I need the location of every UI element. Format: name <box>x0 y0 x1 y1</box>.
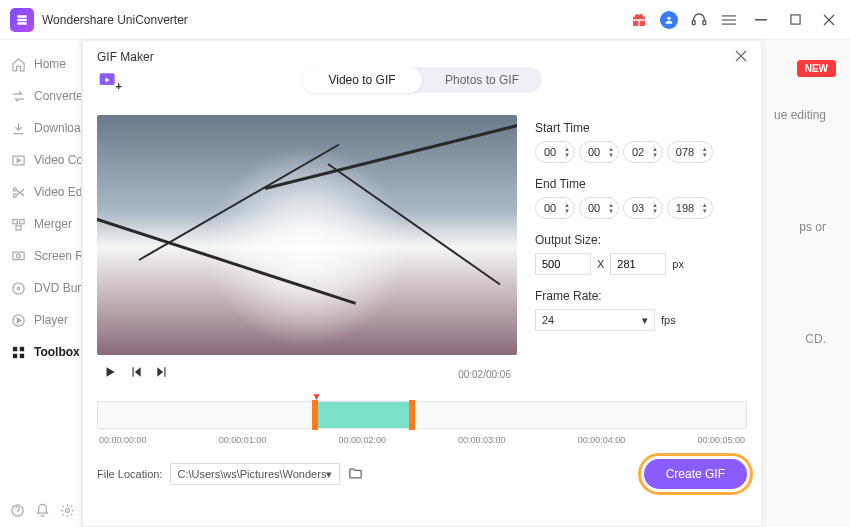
timeline-ticks: 00:00:00:00 00:00:01:00 00:00:02:00 00:0… <box>97 435 747 445</box>
start-hours-spinner[interactable]: 00▲▼ <box>535 141 575 163</box>
end-hours-spinner[interactable]: 00▲▼ <box>535 197 575 219</box>
svg-rect-20 <box>19 346 23 350</box>
sidebar-item-converter[interactable]: Converter <box>0 80 81 112</box>
play-button[interactable] <box>103 365 117 383</box>
modal-close-button[interactable] <box>735 49 747 65</box>
svg-point-0 <box>667 16 670 19</box>
start-minutes-spinner[interactable]: 00▲▼ <box>579 141 619 163</box>
svg-rect-14 <box>12 252 23 260</box>
px-label: px <box>672 258 684 270</box>
sidebar-item-label: Video Compressor <box>34 153 81 167</box>
svg-rect-2 <box>703 20 706 24</box>
svg-rect-6 <box>755 19 767 21</box>
grid-apps-icon <box>10 344 26 360</box>
svg-point-17 <box>17 287 20 290</box>
tab-photos-to-gif[interactable]: Photos to GIF <box>422 67 542 93</box>
svg-rect-19 <box>12 346 16 350</box>
background-text: CD. <box>805 332 826 346</box>
svg-rect-5 <box>722 23 736 24</box>
svg-rect-7 <box>790 15 799 24</box>
tab-video-to-gif[interactable]: Video to GIF <box>302 67 422 93</box>
spinner-arrows-icon[interactable]: ▲▼ <box>702 202 708 214</box>
spinner-arrows-icon[interactable]: ▲▼ <box>564 146 570 158</box>
spinner-arrows-icon[interactable]: ▲▼ <box>652 202 658 214</box>
scissors-icon <box>10 184 26 200</box>
sidebar-item-merger[interactable]: Merger <box>0 208 81 240</box>
sidebar-item-label: Home <box>34 57 66 71</box>
sidebar-item-player[interactable]: Player <box>0 304 81 336</box>
hamburger-menu-icon[interactable] <box>720 11 738 29</box>
open-folder-button[interactable] <box>348 466 363 483</box>
chevron-down-icon: ▾ <box>642 314 648 327</box>
fps-label: fps <box>661 314 676 326</box>
output-height-input[interactable] <box>610 253 666 275</box>
play-icon <box>10 312 26 328</box>
sidebar-item-label: DVD Burner <box>34 281 81 295</box>
start-ms-spinner[interactable]: 078▲▼ <box>667 141 713 163</box>
sidebar-item-dvd[interactable]: DVD Burner <box>0 272 81 304</box>
modal-title: GIF Maker <box>97 50 154 64</box>
output-size-label: Output Size: <box>535 233 747 247</box>
frame-rate-select[interactable]: 24▾ <box>535 309 655 331</box>
headset-support-icon[interactable] <box>690 11 708 29</box>
spinner-arrows-icon[interactable]: ▲▼ <box>564 202 570 214</box>
bell-icon[interactable] <box>35 501 50 519</box>
sidebar-item-label: Toolbox <box>34 345 80 359</box>
file-location-select[interactable]: C:\Users\ws\Pictures\Wonders▾ <box>170 463 340 485</box>
spinner-arrows-icon[interactable]: ▲▼ <box>608 202 614 214</box>
sidebar-item-editor[interactable]: Video Editor <box>0 176 81 208</box>
sidebar-item-toolbox[interactable]: Toolbox <box>0 336 81 368</box>
sidebar-item-label: Merger <box>34 217 72 231</box>
create-gif-button[interactable]: Create GIF <box>644 459 747 489</box>
new-badge: NEW <box>797 60 836 77</box>
svg-point-16 <box>12 282 23 293</box>
merge-icon <box>10 216 26 232</box>
titlebar: Wondershare UniConverter <box>0 0 850 40</box>
spinner-arrows-icon[interactable]: ▲▼ <box>652 146 658 158</box>
spinner-arrows-icon[interactable]: ▲▼ <box>702 146 708 158</box>
gift-icon[interactable] <box>630 11 648 29</box>
output-width-input[interactable] <box>535 253 591 275</box>
timeline-track[interactable] <box>97 401 747 429</box>
end-seconds-spinner[interactable]: 03▲▼ <box>623 197 663 219</box>
convert-icon <box>10 88 26 104</box>
account-avatar-icon[interactable] <box>660 11 678 29</box>
selection-handle-right[interactable] <box>409 400 415 430</box>
end-minutes-spinner[interactable]: 00▲▼ <box>579 197 619 219</box>
disc-icon <box>10 280 26 296</box>
next-frame-button[interactable] <box>155 365 169 383</box>
spinner-arrows-icon[interactable]: ▲▼ <box>608 146 614 158</box>
background-text: ue editing <box>774 108 826 122</box>
selection-range[interactable] <box>312 402 409 428</box>
record-icon <box>10 248 26 264</box>
sidebar-item-downloader[interactable]: Downloader <box>0 112 81 144</box>
svg-rect-4 <box>722 19 736 20</box>
timeline[interactable]: ▼ 00:00:00:00 00:00:01:00 00:00:02:00 00… <box>97 401 747 445</box>
help-icon[interactable] <box>10 501 25 519</box>
sidebar-item-label: Screen Recorder <box>34 249 81 263</box>
dimension-x-label: X <box>597 258 604 270</box>
window-maximize-button[interactable] <box>784 9 806 31</box>
video-preview[interactable] <box>97 115 517 355</box>
sidebar-item-compressor[interactable]: Video Compressor <box>0 144 81 176</box>
end-ms-spinner[interactable]: 198▲▼ <box>667 197 713 219</box>
window-minimize-button[interactable] <box>750 9 772 31</box>
background-text: ps or <box>799 220 826 234</box>
sidebar-item-recorder[interactable]: Screen Recorder <box>0 240 81 272</box>
download-icon <box>10 120 26 136</box>
start-seconds-spinner[interactable]: 02▲▼ <box>623 141 663 163</box>
preview-pane: 00:02/00:06 <box>97 115 517 393</box>
mode-tabs: Video to GIF Photos to GIF <box>302 67 542 93</box>
settings-gear-icon[interactable] <box>60 501 75 519</box>
svg-point-24 <box>66 508 70 512</box>
app-logo-icon <box>10 8 34 32</box>
plus-icon: + <box>116 80 122 92</box>
compress-icon <box>10 152 26 168</box>
window-close-button[interactable] <box>818 9 840 31</box>
selection-handle-left[interactable] <box>312 400 318 430</box>
sidebar-item-home[interactable]: Home <box>0 48 81 80</box>
prev-frame-button[interactable] <box>129 365 143 383</box>
svg-rect-3 <box>722 15 736 16</box>
add-video-button[interactable]: + <box>97 69 119 91</box>
sidebar-item-label: Video Editor <box>34 185 81 199</box>
